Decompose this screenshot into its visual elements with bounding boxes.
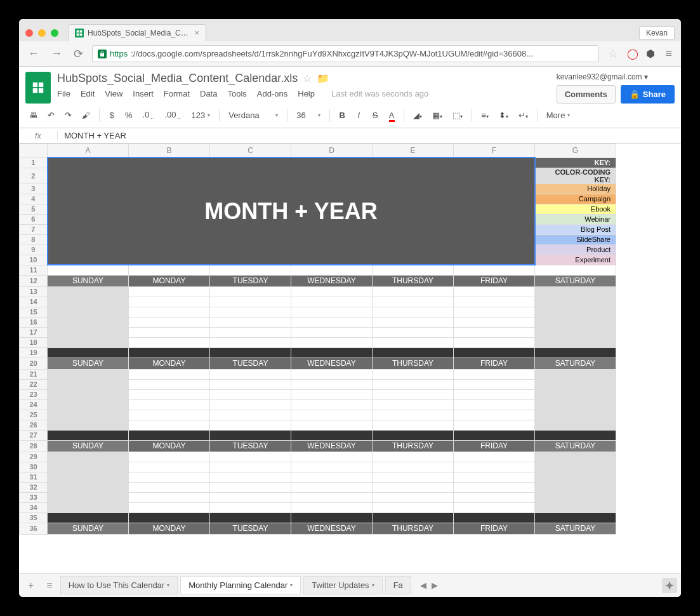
- row-header[interactable]: 12: [20, 275, 48, 286]
- day-header[interactable]: FRIDAY: [454, 358, 535, 369]
- column-header[interactable]: D: [291, 144, 373, 157]
- separator-cell[interactable]: [291, 512, 373, 523]
- day-header[interactable]: WEDNESDAY: [291, 275, 373, 286]
- cell[interactable]: [48, 420, 129, 430]
- day-header[interactable]: MONDAY: [129, 440, 210, 452]
- cell[interactable]: [129, 410, 210, 420]
- row-header[interactable]: 33: [20, 492, 48, 502]
- separator-cell[interactable]: [454, 512, 535, 523]
- cell[interactable]: [210, 286, 291, 297]
- title-cell[interactable]: MONTH + YEAR: [48, 157, 535, 265]
- cell[interactable]: [291, 502, 373, 512]
- cell[interactable]: [129, 317, 210, 327]
- row-header[interactable]: 4: [20, 194, 48, 204]
- cell[interactable]: [48, 502, 129, 512]
- cell[interactable]: [373, 410, 454, 420]
- cell[interactable]: [291, 462, 373, 472]
- cell[interactable]: [210, 327, 291, 337]
- close-window-button[interactable]: [25, 29, 33, 37]
- wrap-button[interactable]: ↵▾: [515, 108, 532, 123]
- row-header[interactable]: 23: [20, 389, 48, 399]
- row-header[interactable]: 14: [20, 297, 48, 307]
- row-header[interactable]: 21: [20, 369, 48, 379]
- cell[interactable]: [535, 420, 616, 430]
- cell[interactable]: [535, 327, 616, 337]
- cell[interactable]: [210, 307, 291, 317]
- cell[interactable]: [373, 337, 454, 347]
- cell[interactable]: [535, 452, 616, 462]
- cell[interactable]: [210, 265, 291, 275]
- cell[interactable]: [48, 399, 129, 410]
- cell[interactable]: [48, 452, 129, 462]
- spreadsheet-grid[interactable]: ABCDEFG1MONTH + YEARKEY:2COLOR-CODINGKEY…: [19, 144, 681, 573]
- day-header[interactable]: TUESDAY: [210, 358, 291, 369]
- key-header[interactable]: KEY:: [535, 157, 616, 168]
- cell[interactable]: [48, 462, 129, 472]
- cell[interactable]: [129, 399, 210, 410]
- cell[interactable]: [535, 399, 616, 410]
- cell[interactable]: [210, 462, 291, 472]
- cell[interactable]: [535, 369, 616, 379]
- tab-scroll-right[interactable]: ▶: [432, 580, 438, 590]
- cell[interactable]: [291, 265, 373, 275]
- separator-cell[interactable]: [129, 347, 210, 358]
- cell[interactable]: [535, 410, 616, 420]
- cell[interactable]: [48, 482, 129, 492]
- number-format-select[interactable]: 123▾: [187, 109, 214, 121]
- fill-color-button[interactable]: ◢▾: [409, 108, 426, 123]
- cell[interactable]: [291, 389, 373, 399]
- cell[interactable]: [210, 410, 291, 420]
- separator-cell[interactable]: [48, 347, 129, 358]
- cell[interactable]: [48, 472, 129, 482]
- row-header[interactable]: 18: [20, 337, 48, 347]
- column-header[interactable]: F: [454, 144, 535, 157]
- menu-insert[interactable]: Insert: [133, 89, 154, 98]
- cell[interactable]: [373, 369, 454, 379]
- row-header[interactable]: 9: [20, 244, 48, 255]
- day-header[interactable]: TUESDAY: [210, 440, 291, 452]
- cell[interactable]: [373, 379, 454, 389]
- row-header[interactable]: 24: [20, 399, 48, 410]
- row-header[interactable]: 32: [20, 482, 48, 492]
- cell[interactable]: [454, 452, 535, 462]
- row-header[interactable]: 22: [20, 379, 48, 389]
- row-header[interactable]: 10: [20, 255, 48, 265]
- cell[interactable]: [535, 502, 616, 512]
- halign-button[interactable]: ≡▾: [477, 108, 492, 123]
- user-email[interactable]: kevanlee932@gmail.com ▾: [557, 72, 675, 81]
- cell[interactable]: [291, 317, 373, 327]
- cell[interactable]: [210, 472, 291, 482]
- cell[interactable]: [210, 337, 291, 347]
- day-header[interactable]: WEDNESDAY: [291, 440, 373, 452]
- day-header[interactable]: MONDAY: [129, 523, 210, 534]
- column-header[interactable]: B: [129, 144, 210, 157]
- cell[interactable]: [291, 297, 373, 307]
- all-sheets-button[interactable]: ≡: [41, 577, 57, 594]
- cell[interactable]: [291, 472, 373, 482]
- separator-cell[interactable]: [454, 347, 535, 358]
- separator-cell[interactable]: [210, 347, 291, 358]
- undo-icon[interactable]: ↶: [44, 108, 58, 123]
- cell[interactable]: [129, 502, 210, 512]
- cell[interactable]: [454, 420, 535, 430]
- borders-button[interactable]: ▦▾: [428, 108, 446, 123]
- cell[interactable]: [48, 297, 129, 307]
- cell[interactable]: [291, 369, 373, 379]
- separator-cell[interactable]: [454, 430, 535, 440]
- cell[interactable]: [210, 502, 291, 512]
- row-header[interactable]: 8: [20, 234, 48, 244]
- cell[interactable]: [129, 327, 210, 337]
- legend-item[interactable]: Blog Post: [535, 224, 616, 234]
- folder-icon[interactable]: 📁: [317, 72, 329, 84]
- day-header[interactable]: WEDNESDAY: [291, 523, 373, 534]
- legend-item[interactable]: Webinar: [535, 214, 616, 224]
- column-header[interactable]: E: [373, 144, 454, 157]
- cell[interactable]: [535, 389, 616, 399]
- menu-tools[interactable]: Tools: [227, 89, 246, 98]
- menu-addons[interactable]: Add-ons: [257, 89, 287, 98]
- cell[interactable]: [210, 420, 291, 430]
- merge-button[interactable]: ⬚▾: [449, 108, 466, 123]
- cell[interactable]: [210, 399, 291, 410]
- cell[interactable]: [535, 297, 616, 307]
- day-header[interactable]: THURSDAY: [373, 440, 454, 452]
